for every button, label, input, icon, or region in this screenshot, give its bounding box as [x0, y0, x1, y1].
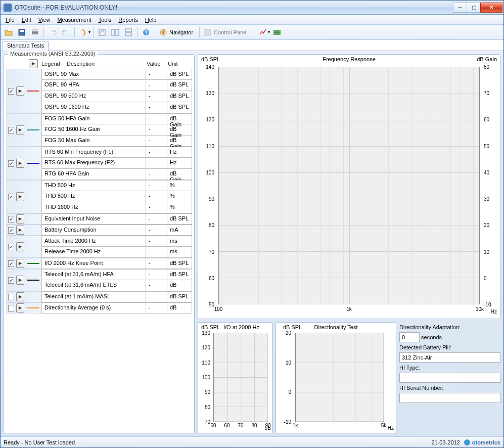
panel1-icon[interactable] — [96, 26, 108, 38]
serial-input[interactable] — [399, 393, 500, 403]
svg-rect-12 — [205, 29, 211, 35]
group-play-button[interactable] — [16, 259, 24, 268]
svg-rect-7 — [125, 29, 131, 32]
group-play-button[interactable] — [16, 276, 24, 285]
legend-swatch — [27, 196, 39, 197]
group-checkbox[interactable]: ✔ — [8, 216, 14, 222]
group-play-button[interactable] — [16, 292, 24, 301]
group-play-button[interactable] — [16, 226, 24, 235]
close-button[interactable]: ✕ — [480, 3, 502, 13]
menu-help[interactable]: Help — [142, 16, 160, 23]
measurement-row[interactable]: RTS 60 Min Frequency (F1)-Hz — [41, 147, 192, 158]
group-checkbox[interactable]: ✔ — [8, 127, 14, 133]
measurement-row[interactable]: Telecoil (at 31,6 mA/m) ETLS-dB — [41, 280, 192, 291]
redo-icon[interactable] — [60, 26, 72, 38]
measurement-row[interactable]: Equivalent Input Noise-dB SPL — [41, 213, 192, 225]
legend-swatch — [27, 163, 39, 164]
svg-rect-1 — [20, 30, 24, 32]
app-icon — [4, 4, 12, 12]
battery-input[interactable] — [399, 352, 500, 363]
measurement-row[interactable]: THD 1600 Hz-% — [41, 202, 192, 213]
group-checkbox[interactable]: ✔ — [8, 260, 14, 267]
menu-reports[interactable]: Reports — [115, 16, 141, 23]
map-icon[interactable] — [271, 26, 283, 38]
window-title: OTOsuite - FOR EVALUATION ONLY! — [15, 4, 453, 11]
group-checkbox[interactable] — [8, 305, 14, 311]
group-play-button[interactable] — [16, 303, 24, 312]
navigator-button[interactable]: Navigator — [158, 26, 197, 38]
panel3-icon[interactable] — [122, 26, 134, 38]
group-checkbox[interactable]: ✔ — [8, 277, 14, 284]
app-window: OTOsuite - FOR EVALUATION ONLY! ─ ▢ ✕ Fi… — [0, 0, 504, 448]
svg-rect-8 — [125, 33, 131, 36]
measurement-row[interactable]: Telecoil (at 1 mA/m) MASL-dB SPL — [41, 291, 192, 302]
measurement-row[interactable]: OSPL 90 500 Hz-dB SPL — [41, 91, 192, 102]
group-play-button[interactable] — [16, 125, 24, 135]
workspace: Measurements (ANSI S3.22-2003) Legend De… — [1, 51, 503, 436]
measurement-row[interactable]: RTS 60 Max Frequency (F2)-Hz — [41, 158, 192, 169]
measurement-row[interactable]: OSPL 90 HFA-dB SPL — [41, 80, 192, 91]
group-checkbox[interactable] — [8, 294, 14, 300]
measurement-row[interactable]: THD 800 Hz-% — [41, 191, 192, 202]
panel-icon — [204, 28, 212, 36]
minimize-button[interactable]: ─ — [453, 3, 467, 13]
menu-file[interactable]: File — [3, 16, 18, 23]
adaptation-input[interactable] — [399, 332, 420, 342]
svg-rect-5 — [112, 29, 115, 35]
panel2-icon[interactable] — [109, 26, 121, 38]
maximize-button[interactable]: ▢ — [467, 3, 481, 13]
menu-measurement[interactable]: Measurement — [54, 16, 94, 23]
measurement-row[interactable]: OSPL 90 1600 Hz-dB SPL — [41, 102, 192, 113]
frequency-response-chart: dB SPL Frequency Response dB Gain 140130… — [198, 54, 500, 319]
ear-icon[interactable] — [77, 26, 89, 38]
group-play-button[interactable] — [16, 242, 24, 251]
measurement-row[interactable]: Attack Time 2000 Hz-ms — [41, 236, 192, 247]
print-icon[interactable] — [29, 26, 41, 38]
open-icon[interactable] — [3, 26, 15, 38]
svg-rect-2 — [32, 31, 38, 34]
group-checkbox[interactable]: ✔ — [8, 194, 14, 200]
group-play-button[interactable] — [16, 214, 24, 223]
compass-icon — [159, 28, 167, 36]
group-checkbox[interactable]: ✔ — [8, 160, 14, 167]
directionality-chart: dB SPL Directionality Test 20100-10 1k5k… — [276, 322, 396, 433]
group-checkbox[interactable]: ✔ — [8, 88, 14, 95]
undo-icon[interactable] — [47, 26, 59, 38]
measurement-row[interactable]: I/O 2000 Hz Knee Point-dB SPL — [41, 258, 192, 269]
menu-view[interactable]: View — [35, 16, 54, 23]
help-icon[interactable]: ? — [140, 26, 152, 38]
measurement-row[interactable]: FOG 50 Max Gain-dB Gain — [41, 136, 192, 147]
group-checkbox[interactable]: ✔ — [8, 227, 14, 234]
group-play-button[interactable] — [16, 192, 24, 201]
chart-dropdown-icon[interactable] — [257, 26, 269, 38]
group-checkbox[interactable]: ✔ — [8, 244, 14, 250]
legend-swatch — [27, 129, 39, 130]
menu-tools[interactable]: Tools — [96, 16, 115, 23]
measurement-row[interactable]: THD 500 Hz-% — [41, 180, 192, 191]
svg-text:?: ? — [145, 30, 148, 35]
panel-title: Measurements (ANSI S3.22-2003) — [8, 51, 98, 57]
measurement-row[interactable]: Directionality Average (0 s)-dB — [41, 302, 192, 313]
hitype-input[interactable] — [399, 373, 500, 383]
measurement-row[interactable]: Release Time 2000 Hz-ms — [41, 247, 192, 258]
measurement-row[interactable]: OSPL 90 Max-dB SPL — [41, 69, 192, 80]
status-date: 21-03-2012 — [431, 439, 460, 445]
measurement-row[interactable]: FOG 50 1600 Hz Gain-dB Gain — [41, 124, 192, 136]
info-panel: Directionality Adaptation: seconds Detec… — [399, 322, 500, 433]
measurement-row[interactable]: FOG 50 HFA Gain-dB Gain — [41, 113, 192, 124]
measurement-row[interactable]: RTG 60 HFA Gain-dB Gain — [41, 169, 192, 180]
group-play-button[interactable] — [16, 86, 24, 96]
tab-standard-tests[interactable]: Standard Tests — [3, 41, 49, 51]
save-icon[interactable] — [16, 26, 28, 38]
play-all-button[interactable] — [29, 59, 38, 68]
legend-swatch — [27, 280, 39, 281]
control-panel-button[interactable]: Control Panel — [202, 26, 251, 38]
measurement-row[interactable]: Battery Consumption-mA — [41, 225, 192, 236]
legend-swatch — [27, 91, 39, 92]
group-play-button[interactable] — [16, 159, 24, 168]
menu-edit[interactable]: Edit — [19, 16, 34, 23]
measurements-panel: Measurements (ANSI S3.22-2003) Legend De… — [4, 54, 195, 433]
titlebar[interactable]: OTOsuite - FOR EVALUATION ONLY! ─ ▢ ✕ — [1, 1, 503, 15]
measurement-row[interactable]: Telecoil (at 31,6 mA/m) HFA-dB SPL — [41, 269, 192, 280]
statusbar: Ready - No User Test loaded 21-03-2012 o… — [1, 436, 503, 447]
